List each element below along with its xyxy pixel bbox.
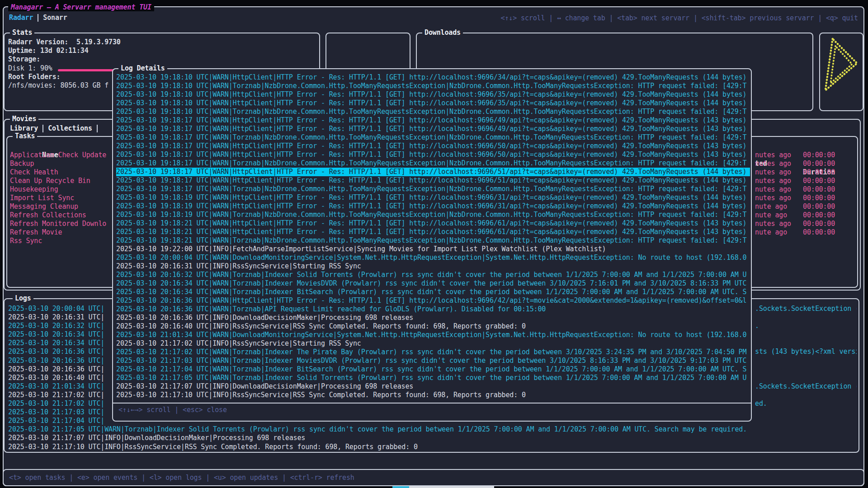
log-row-text: 2025-03-10 20:16:40 UTC| [8,374,104,382]
modal-log-line[interactable]: 2025-03-10 19:18:17 UTC|WARN|HttpClient|… [116,142,750,150]
radarr-version-line: Radarr Version: 5.19.3.9730 [8,38,317,47]
modal-log-line[interactable]: 2025-03-10 19:18:10 UTC|WARN|Torznab|Nzb… [116,108,750,116]
task-name: Refresh Monitored Downlo [10,220,106,228]
storage-label: Storage: [8,55,317,64]
log-row-text: 2025-03-10 20:16:34 UTC| [8,330,104,338]
modal-log-line[interactable]: 2025-03-10 19:18:21 UTC|WARN|HttpClient|… [116,219,750,228]
log-row-text: 2025-03-10 21:01:34 UTC| [8,382,104,390]
modal-log-line[interactable]: 2025-03-10 19:18:17 UTC|WARN|Torznab|Nzb… [116,185,750,193]
modal-log-line[interactable]: 2025-03-10 21:17:10 UTC|INFO|RssSyncServ… [116,391,750,399]
modal-log-line[interactable]: 2025-03-10 19:18:10 UTC|WARN|HttpClient|… [116,73,750,82]
modal-log-line[interactable]: 2025-03-10 21:01:34 UTC|WARN|DownloadMon… [116,331,750,339]
modal-log-line[interactable]: 2025-03-10 20:16:32 UTC|WARN|Torznab|Ind… [116,271,750,279]
modal-log-line[interactable]: 2025-03-10 20:16:34 UTC|WARN|Torznab|Ind… [116,279,750,288]
servarr-tabs: Radarr Sonarr [9,14,67,22]
modal-log-line[interactable]: 2025-03-10 21:17:03 UTC|WARN|Torznab|Ind… [116,357,750,365]
log-row-text: 2025-03-10 20:16:31 UTC| [8,313,104,321]
task-last-executed: nutes ago [755,160,791,168]
managarr-screen: Managarr — A Servarr management TUI Rada… [0,0,868,488]
task-duration: 00:00:00 [803,160,835,168]
modal-log-line[interactable]: 2025-03-10 19:18:17 UTC|WARN|HttpClient|… [116,176,750,185]
log-row[interactable]: 2025-03-10 21:17:05 UTC|WARN|Torznab|Ind… [8,425,857,434]
modal-log-line[interactable]: 2025-03-10 20:16:36 UTC|WARN|HttpClient|… [116,296,750,305]
task-duration: 00:00:00 [803,177,835,185]
task-name: Import List Sync [10,194,74,202]
tab-collections[interactable]: Collections [48,124,92,132]
tab-radarr[interactable]: Radarr [9,14,33,22]
modal-log-line[interactable]: 2025-03-10 19:18:19 UTC|WARN|HttpClient|… [116,202,750,211]
log-row-text: 2025-03-10 21:17:02 UTC| [8,391,104,399]
log-row-text: 2025-03-10 20:16:36 UTC| [8,347,104,356]
tasks-panel-title: Tasks [13,132,37,140]
log-row-overflow-text: . [755,322,759,330]
modal-log-line[interactable]: 2025-03-10 21:17:05 UTC|WARN|Torznab|Ind… [116,374,750,382]
modal-log-line[interactable]: 2025-03-10 20:16:40 UTC|INFO|RssSyncServ… [116,322,750,331]
uptime-line: Uptime: 13d 02:11:34 [8,47,317,55]
log-row-text: 2025-03-10 21:17:05 UTC|WARN|Torznab|Ind… [8,425,747,433]
tab-sonarr[interactable]: Sonarr [43,14,67,22]
bottom-strip-white [409,486,494,488]
task-last-executed: nutes ago [755,177,791,185]
modal-log-line[interactable]: 2025-03-10 21:17:07 UTC|INFO|DownloadDec… [116,382,750,391]
task-last-executed: nutes ago [755,185,791,194]
task-name: Rss Sync [10,237,42,245]
modal-log-line[interactable]: 2025-03-10 19:18:21 UTC|WARN|Torznab|Nzb… [116,236,750,245]
modal-log-line[interactable]: 2025-03-10 20:16:34 UTC|WARN|Torznab|Ind… [116,288,750,296]
modal-log-line[interactable]: 2025-03-10 21:17:04 UTC|WARN|Torznab|Ind… [116,365,750,374]
log-row-text: 2025-03-10 20:00:04 UTC| [8,305,104,313]
header-shortcuts: <↑↓> scroll | ↔ change tab | <tab> next … [501,14,858,22]
modal-log-line[interactable]: 2025-03-10 19:18:17 UTC|WARN|HttpClient|… [116,125,750,133]
modal-log-line[interactable]: 2025-03-10 19:18:10 UTC|WARN|HttpClient|… [116,90,750,99]
log-row[interactable]: 2025-03-10 21:17:07 UTC|INFO|DownloadDec… [8,434,857,442]
task-name: Housekeeping [10,185,58,193]
task-last-executed: nute ago [755,211,787,220]
modal-log-line[interactable]: 2025-03-10 19:18:10 UTC|WARN|Torznab|Nzb… [116,82,750,90]
task-duration: 00:00:00 [803,151,835,160]
modal-log-line[interactable]: 2025-03-10 19:18:19 UTC|WARN|HttpClient|… [116,193,750,202]
log-row[interactable]: 2025-03-10 21:17:10 UTC|INFO|RssSyncServ… [8,443,857,451]
log-row-overflow-text: .Sockets.SocketException ( [755,305,857,313]
bottom-shortcuts: <t> open tasks | <e> open events | <l> o… [9,474,354,482]
modal-log-line[interactable]: 2025-03-10 19:18:10 UTC|WARN|HttpClient|… [116,99,750,108]
app-title: Managarr — A Servarr management TUI [8,3,154,11]
log-row-text: 2025-03-10 21:17:03 UTC| [8,408,104,416]
movies-panel-title: Movies [10,115,38,123]
modal-log-line[interactable]: 2025-03-10 20:16:36 UTC|WARN|Torznab|API… [116,305,750,314]
modal-log-line[interactable]: 2025-03-10 19:18:17 UTC|WARN|Torznab|Nzb… [116,133,750,142]
movies-tab-separator-2 [97,125,98,132]
task-duration: 00:00:00 [803,168,835,177]
modal-log-line[interactable]: 2025-03-10 19:18:17 UTC|WARN|Torznab|Nzb… [116,159,750,168]
modal-log-line[interactable]: 2025-03-10 19:18:17 UTC|WARN|HttpClient|… [116,116,750,125]
modal-log-line[interactable]: 2025-03-10 20:00:04 UTC|WARN|DownloadMon… [116,253,750,262]
movies-tabs: Library Collections [10,124,98,132]
modal-log-line[interactable]: 2025-03-10 19:18:17 UTC|WARN|HttpClient|… [116,168,750,176]
task-duration: 00:00:00 [803,228,835,237]
modal-log-line[interactable]: 2025-03-10 21:17:02 UTC|WARN|Torznab|Ind… [116,348,750,357]
modal-log-line[interactable]: 2025-03-10 19:22:00 UTC|INFO|FetchAndPar… [116,245,750,253]
task-last-executed: nutes ago [755,194,791,202]
log-row-text: 2025-03-10 20:16:32 UTC| [8,322,104,330]
modal-log-line[interactable]: 2025-03-10 21:17:02 UTC|INFO|RssSyncServ… [116,339,750,348]
modal-log-line[interactable]: 2025-03-10 20:16:36 UTC|INFO|DownloadDec… [116,314,750,322]
modal-log-line[interactable]: 2025-03-10 20:16:31 UTC|INFO|RssSyncServ… [116,262,750,271]
task-name: Clean Up Recycle Bin [10,177,90,185]
modal-log-line[interactable]: 2025-03-10 19:18:21 UTC|WARN|HttpClient|… [116,228,750,236]
log-row-text: 2025-03-10 20:16:36 UTC| [8,365,104,373]
task-last-executed: nutes ago [755,151,791,160]
modal-log-line[interactable]: 2025-03-10 19:18:19 UTC|WARN|Torznab|Nzb… [116,211,750,219]
log-row-text: 2025-03-10 21:17:04 UTC| [8,417,104,425]
task-duration: 00:00:00 [803,211,835,220]
modal-log-line[interactable]: 2025-03-10 19:18:17 UTC|WARN|HttpClient|… [116,150,750,159]
log-row-text: 2025-03-10 21:17:07 UTC|INFO|DownloadDec… [8,434,305,442]
log-row-text: 2025-03-10 20:16:34 UTC| [8,339,104,347]
task-last-executed: nute ago [755,228,787,237]
task-name: Refresh Movie [10,228,62,236]
log-details-title: Log Details [118,64,167,72]
tab-library[interactable]: Library [10,124,38,132]
modal-log-lines: 2025-03-10 19:18:10 UTC|WARN|HttpClient|… [115,73,750,400]
logs-panel-title: Logs [13,294,33,302]
log-row-overflow-text: sts (143 bytes)<?xml versi [755,347,857,356]
log-row-text: 2025-03-10 20:16:36 UTC| [8,357,104,365]
task-name: Application Check Update [10,151,106,159]
log-row-text: 2025-03-10 21:17:02 UTC| [8,399,104,408]
